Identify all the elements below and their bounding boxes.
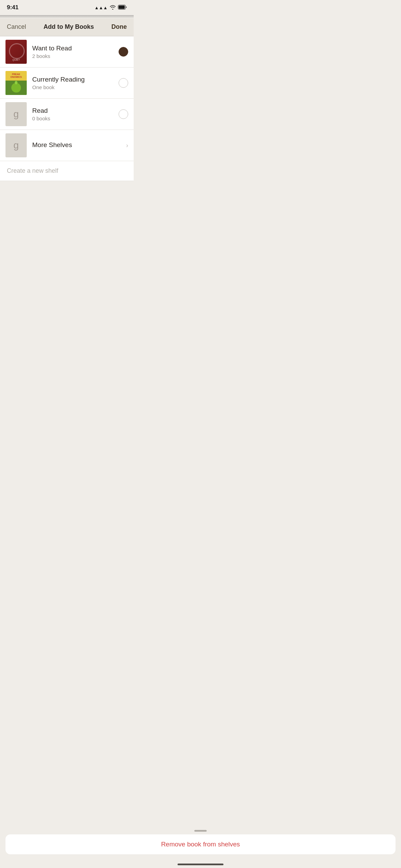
shelf-thumbnail-currently-reading: FREAKONOMICS: [5, 71, 27, 95]
shelf-name-currently-reading: Currently Reading: [32, 76, 119, 83]
shelf-row-currently-reading[interactable]: FREAKONOMICS Currently Reading One book: [0, 68, 134, 99]
shelf-radio-read[interactable]: [119, 109, 128, 119]
shelf-row-more-shelves[interactable]: g More Shelves ›: [0, 130, 134, 161]
remove-button[interactable]: Remove book from shelves: [5, 834, 134, 854]
page-title: Add to My Books: [44, 23, 94, 31]
shelf-name-more-shelves: More Shelves: [32, 141, 126, 149]
shelf-count-want-to-read: 2 books: [32, 53, 119, 59]
create-shelf-row[interactable]: Create a new shelf: [0, 161, 134, 181]
book-cover-freakonomics: FREAKONOMICS: [5, 71, 27, 95]
remove-area: Remove book from shelves: [0, 830, 134, 854]
shelf-thumbnail-want-to-read: QUIET: [5, 40, 27, 64]
book-cover-quiet: QUIET: [5, 40, 27, 64]
nav-header: Cancel Add to My Books Done: [0, 19, 134, 36]
shelf-count-currently-reading: One book: [32, 84, 119, 90]
shelf-row-want-to-read[interactable]: QUIET Want to Read 2 books: [0, 36, 134, 68]
top-bar-hint: [0, 15, 134, 19]
chevron-right-icon: ›: [126, 142, 128, 149]
apple-icon: [11, 83, 21, 93]
cover-quiet-label: QUIET: [7, 59, 25, 61]
status-icons: ▲▲▲: [94, 5, 127, 11]
cover-title: FREAKONOMICS: [10, 73, 22, 78]
radio-fill: [120, 50, 124, 54]
battery-icon: [118, 5, 127, 11]
status-bar: 9:41 ▲▲▲: [0, 0, 134, 15]
shelf-info-currently-reading: Currently Reading One book: [32, 76, 119, 90]
shelf-radio-currently-reading[interactable]: [119, 78, 128, 88]
shelf-name-read: Read: [32, 107, 119, 114]
shelf-thumbnail-read: g: [5, 102, 27, 126]
shelf-info-read: Read 0 books: [32, 107, 119, 121]
create-shelf-text: Create a new shelf: [7, 167, 58, 174]
signal-icon: ▲▲▲: [94, 5, 108, 10]
shelf-name-want-to-read: Want to Read: [32, 45, 119, 52]
shelf-radio-want-to-read[interactable]: [119, 47, 128, 57]
shelf-thumbnail-more: g: [5, 133, 27, 157]
placeholder-letter-more: g: [13, 140, 19, 151]
shelf-count-read: 0 books: [32, 116, 119, 121]
empty-area: [0, 181, 134, 868]
shelf-list: QUIET Want to Read 2 books FREAKONOMICS: [0, 36, 134, 161]
cover-bottom: [5, 81, 27, 95]
main-content: QUIET Want to Read 2 books FREAKONOMICS: [0, 36, 134, 868]
shelf-info-more-shelves: More Shelves: [32, 141, 126, 150]
placeholder-letter-read: g: [13, 109, 19, 120]
done-button[interactable]: Done: [111, 23, 127, 31]
shelf-row-read[interactable]: g Read 0 books: [0, 99, 134, 130]
svg-rect-1: [119, 5, 125, 9]
cancel-button[interactable]: Cancel: [7, 23, 26, 31]
status-time: 9:41: [7, 4, 19, 11]
cover-top: FREAKONOMICS: [5, 71, 27, 81]
wifi-icon: [110, 5, 116, 11]
shelf-info-want-to-read: Want to Read 2 books: [32, 45, 119, 59]
